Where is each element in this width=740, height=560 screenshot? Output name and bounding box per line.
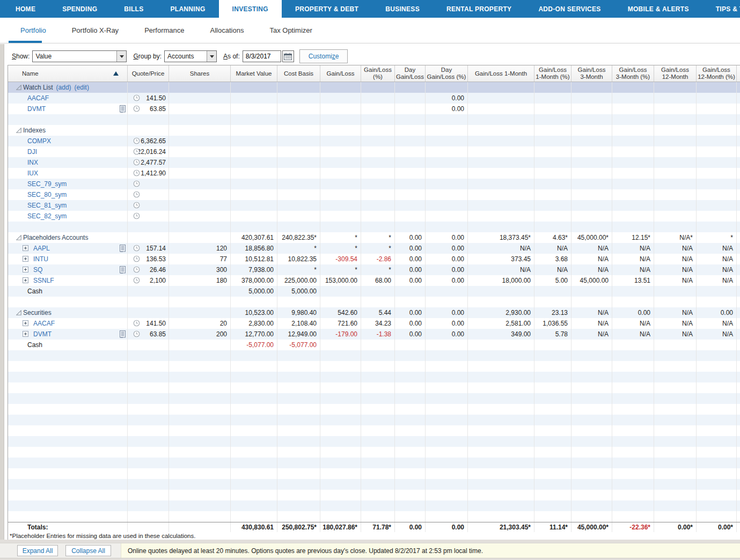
- collapse-triangle-icon[interactable]: [16, 310, 21, 315]
- ticker-link[interactable]: AACAF: [27, 93, 49, 104]
- security-row-intu[interactable]: INTU136.537710,512.8110,822.35-309.54-2.…: [8, 254, 740, 264]
- cell-quote: 141.50: [128, 93, 169, 104]
- security-row-sq[interactable]: SQ26.463007,938.00***0.000.00N/AN/AN/AN/…: [8, 264, 740, 275]
- ticker-link[interactable]: DVMT: [33, 329, 52, 340]
- security-row-iux[interactable]: IUX1,412.90: [8, 168, 740, 179]
- nav-tab-home[interactable]: HOME: [2, 0, 49, 18]
- show-select[interactable]: Value: [32, 50, 127, 62]
- expand-plus-icon[interactable]: [23, 267, 28, 272]
- dropdown-arrow-icon[interactable]: [116, 51, 126, 62]
- column-header-cb[interactable]: Cost Basis: [277, 65, 320, 82]
- ticker-link[interactable]: SEC_80_sym: [27, 189, 67, 200]
- column-header-dayp[interactable]: Day Gain/Loss (%): [426, 65, 468, 82]
- security-row-sec-79-sym[interactable]: SEC_79_sym: [8, 179, 740, 189]
- nav-tab-business[interactable]: BUSINESS: [372, 0, 433, 18]
- nav-tab-property-debt[interactable]: PROPERTY & DEBT: [282, 0, 372, 18]
- asof-date-input[interactable]: [243, 50, 281, 62]
- security-row-dji[interactable]: DJI22,016.24: [8, 146, 740, 157]
- nav-tab-investing[interactable]: INVESTING: [219, 0, 282, 18]
- dropdown-arrow-icon[interactable]: [207, 51, 216, 62]
- security-row-sec-82-sym[interactable]: SEC_82_sym: [8, 211, 740, 222]
- expand-plus-icon[interactable]: [23, 256, 28, 262]
- column-header-m3p[interactable]: Gain/Loss 3-Month (%): [612, 65, 654, 82]
- ticker-link[interactable]: DVMT: [27, 104, 46, 114]
- expand-plus-icon[interactable]: [23, 331, 28, 337]
- cash-row[interactable]: Cash5,000.005,000.00: [8, 286, 740, 297]
- cell-m12p: [697, 125, 737, 136]
- collapse-triangle-icon[interactable]: [16, 128, 21, 133]
- column-header-glp[interactable]: Gain/Loss (%): [361, 65, 395, 82]
- column-header-m1[interactable]: Gain/Loss 1-Month: [468, 65, 534, 82]
- ticker-link[interactable]: AAPL: [33, 243, 50, 254]
- subnav-tab-portfolio-x-ray[interactable]: Portfolio X-Ray: [59, 18, 131, 43]
- expand-plus-icon[interactable]: [23, 277, 28, 283]
- expand-plus-icon[interactable]: [23, 320, 28, 326]
- nav-tab-mobile-alerts[interactable]: MOBILE & ALERTS: [614, 0, 702, 18]
- cell-stub: [737, 264, 740, 275]
- nav-tab-bills[interactable]: BILLS: [111, 0, 157, 18]
- ticker-link[interactable]: SEC_79_sym: [27, 179, 67, 189]
- column-header-shares[interactable]: Shares: [169, 65, 231, 82]
- security-row-compx[interactable]: COMPX6,362.65: [8, 136, 740, 146]
- cell-m3: [572, 458, 612, 468]
- ticker-link[interactable]: COMPX: [27, 136, 51, 146]
- subnav-tab-performance[interactable]: Performance: [131, 18, 197, 43]
- column-header-day[interactable]: Day Gain/Loss: [395, 65, 426, 82]
- security-row-sec-81-sym[interactable]: SEC_81_sym: [8, 200, 740, 211]
- group-link-edit[interactable]: (edit): [75, 82, 89, 93]
- ticker-link[interactable]: SEC_82_sym: [27, 211, 67, 222]
- ticker-link[interactable]: SQ: [33, 264, 42, 275]
- group-row-watch-list[interactable]: Watch List(add)(edit): [8, 82, 740, 93]
- security-row-inx[interactable]: INX2,477.57: [8, 157, 740, 168]
- security-row-aacaf[interactable]: AACAF141.50202,830.002,108.40721.6034.23…: [8, 318, 740, 329]
- column-header-name[interactable]: Name: [8, 65, 128, 82]
- column-header-mv[interactable]: Market Value: [231, 65, 277, 82]
- group-row-indexes[interactable]: Indexes: [8, 125, 740, 136]
- subnav-tab-portfolio[interactable]: Portfolio: [8, 18, 59, 43]
- subnav-tab-allocations[interactable]: Allocations: [197, 18, 257, 43]
- security-row-dvmt[interactable]: DVMT63.850.00: [8, 104, 740, 114]
- calendar-button[interactable]: [282, 50, 294, 62]
- groupby-select[interactable]: Accounts: [164, 50, 217, 62]
- news-icon[interactable]: [119, 105, 126, 113]
- column-header-m12p[interactable]: Gain/Loss 12-Month (%): [697, 65, 737, 82]
- collapse-all-button[interactable]: Collapse All: [65, 545, 111, 556]
- expand-all-button[interactable]: Expand All: [17, 545, 58, 556]
- nav-tab-spending[interactable]: SPENDING: [49, 0, 111, 18]
- subnav-tab-tax-optimizer[interactable]: Tax Optimizer: [257, 18, 325, 43]
- ticker-link[interactable]: INTU: [33, 254, 48, 264]
- group-row-placeholders-accounts[interactable]: Placeholders Accounts420,307.61240,822.3…: [8, 232, 740, 243]
- ticker-link[interactable]: AACAF: [33, 318, 55, 329]
- collapse-triangle-icon[interactable]: [16, 85, 21, 90]
- security-row-sec-80-sym[interactable]: SEC_80_sym: [8, 189, 740, 200]
- security-row-aapl[interactable]: AAPL157.1412018,856.80***0.000.00N/AN/AN…: [8, 243, 740, 254]
- ticker-link[interactable]: INX: [27, 157, 38, 168]
- news-icon[interactable]: [119, 266, 126, 274]
- news-icon[interactable]: [119, 245, 126, 252]
- column-header-quote[interactable]: Quote/Price: [128, 65, 169, 82]
- security-row-dvmt[interactable]: DVMT63.8520012,770.0012,949.00-179.00-1.…: [8, 329, 740, 340]
- ticker-link[interactable]: IUX: [27, 168, 38, 179]
- ticker-link[interactable]: SEC_81_sym: [27, 200, 67, 211]
- column-header-gl[interactable]: Gain/Loss: [320, 65, 361, 82]
- group-link-add[interactable]: (add): [56, 82, 71, 93]
- cash-row[interactable]: Cash-5,077.00-5,077.00: [8, 340, 740, 350]
- cell-m3: [572, 479, 612, 490]
- collapse-triangle-icon[interactable]: [16, 235, 21, 240]
- security-row-ssnlf[interactable]: SSNLF2,100180378,000.00225,000.00153,000…: [8, 275, 740, 286]
- security-row-aacaf[interactable]: AACAF141.500.00: [8, 93, 740, 104]
- nav-tab-planning[interactable]: PLANNING: [157, 0, 218, 18]
- expand-plus-icon[interactable]: [23, 245, 28, 251]
- column-header-m12[interactable]: Gain/Loss 12-Month: [654, 65, 697, 82]
- column-header-m1p[interactable]: Gain/Loss 1-Month (%): [534, 65, 572, 82]
- nav-tab-tips-tutorials[interactable]: TIPS & TUTORIALS: [702, 0, 740, 18]
- news-icon[interactable]: [119, 330, 126, 338]
- ticker-link[interactable]: DJI: [27, 146, 37, 157]
- column-header-m3[interactable]: Gain/Loss 3-Month: [572, 65, 612, 82]
- group-row-securities[interactable]: Securities10,523.009,980.40542.605.440.0…: [8, 307, 740, 318]
- customize-button[interactable]: Customize: [299, 49, 348, 63]
- nav-tab-rental-property[interactable]: RENTAL PROPERTY: [433, 0, 525, 18]
- ticker-link[interactable]: SSNLF: [33, 275, 54, 286]
- nav-tab-add-on-services[interactable]: ADD-ON SERVICES: [525, 0, 614, 18]
- cell-quote: 157.14: [128, 243, 169, 254]
